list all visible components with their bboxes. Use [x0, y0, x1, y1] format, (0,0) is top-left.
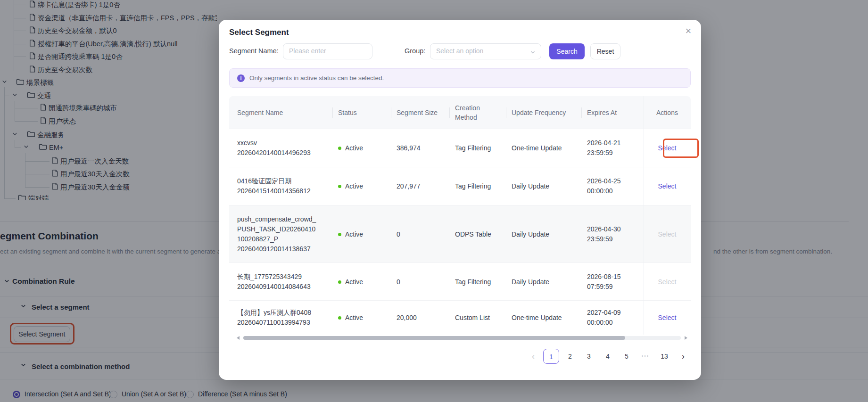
pagination-page-3[interactable]: 3: [581, 349, 597, 364]
size-cell: 207,977: [397, 182, 421, 190]
frequency-cell: Daily Update: [512, 182, 549, 190]
actions-cell: Select: [644, 144, 691, 152]
method-cell: Tag Filtering: [455, 144, 491, 152]
actions-cell: Select: [644, 182, 691, 190]
info-icon: i: [237, 74, 245, 82]
expires-date: 2026-04-21: [587, 138, 621, 148]
header-separator: [449, 107, 450, 118]
size-cell: 386,974: [397, 144, 421, 152]
expires-cell: 2026-04-25 00:00:00: [587, 176, 621, 196]
expires-cell: 2026-04-30 23:59:59: [587, 224, 621, 244]
pagination-page-1[interactable]: 1: [543, 349, 559, 364]
segment-name-label: Segment Name:: [229, 47, 279, 55]
segment-name-line: PUSH_TASK_ID20260410: [237, 224, 316, 234]
status-cell: Active: [338, 144, 363, 152]
segment-name-line: xxcvsv: [237, 138, 311, 148]
scroll-left-icon[interactable]: [237, 336, 240, 340]
scroll-right-icon[interactable]: [685, 336, 687, 340]
method-cell: Tag Filtering: [455, 182, 491, 190]
status-cell: Active: [338, 182, 363, 190]
select-link[interactable]: Select: [658, 314, 677, 321]
table-row: 【勿用】ys压测人群0408 20260407110013994793 Acti…: [229, 301, 691, 335]
expires-time: 07:59:59: [587, 282, 621, 292]
expires-time: 00:00:00: [587, 318, 621, 328]
status-dot: [338, 233, 341, 236]
chevron-down-icon: [530, 49, 536, 57]
segments-table: Segment Name Status Segment Size Creatio…: [229, 96, 691, 342]
status-dot: [338, 316, 341, 320]
frequency-cell: One-time Update: [512, 314, 562, 321]
segment-name-cell: 【勿用】ys压测人群0408 20260407110013994793: [237, 308, 311, 328]
modal-title: Select Segment: [229, 28, 289, 37]
actions-cell: Select: [644, 314, 691, 321]
segment-name-cell: push_compensate_crowd_ PUSH_TASK_ID20260…: [237, 214, 316, 254]
select-placeholder: Select an option: [436, 47, 483, 55]
status-cell: Active: [338, 314, 363, 321]
expires-cell: 2026-04-21 23:59:59: [587, 138, 621, 158]
frequency-cell: One-time Update: [512, 144, 562, 152]
actions-cell: Select: [644, 278, 691, 286]
status-text: Active: [345, 314, 363, 321]
segment-name-input[interactable]: Please enter: [283, 43, 372, 59]
actions-column-border: [644, 96, 644, 335]
pagination-page-13[interactable]: 13: [656, 349, 672, 364]
segment-name-line: push_compensate_crowd_: [237, 214, 316, 224]
reset-button[interactable]: Reset: [590, 43, 620, 59]
col-header-status: Status: [338, 109, 357, 116]
col-header-segment-name: Segment Name: [237, 109, 283, 116]
expires-time: 00:00:00: [587, 186, 621, 196]
expires-time: 23:59:59: [587, 234, 621, 244]
table-row: 长期_1775725343429 20260409140014084643 Ac…: [229, 263, 691, 301]
expires-time: 23:59:59: [587, 148, 621, 158]
frequency-cell: Daily Update: [512, 278, 549, 286]
pagination-prev[interactable]: ‹: [525, 349, 541, 364]
status-text: Active: [345, 230, 363, 238]
expires-date: 2026-04-30: [587, 224, 621, 234]
pagination-ellipsis[interactable]: •••: [637, 349, 653, 364]
screen: 绑卡信息(是否绑卡) 1是0否 资金渠道（非直连信用卡，直连信用卡，FPS，PP…: [0, 0, 868, 402]
expires-cell: 2026-08-15 07:59:59: [587, 272, 621, 292]
col-header-segment-size: Segment Size: [397, 109, 438, 116]
col-header-expires-at: Expires At: [587, 109, 617, 116]
size-cell: 0: [397, 230, 400, 238]
method-cell: ODPS Table: [455, 230, 491, 238]
segment-name-line: 100208827_P: [237, 234, 316, 244]
select-link[interactable]: Select: [658, 144, 677, 152]
segment-name-cell: xxcvsv 20260420140014496293: [237, 138, 311, 158]
segment-name-line: 20260420140014496293: [237, 148, 311, 158]
expires-date: 2027-04-09: [587, 308, 621, 318]
close-icon[interactable]: ×: [681, 25, 695, 39]
info-banner-text: Only segments in active status can be se…: [249, 74, 384, 82]
pagination-page-2[interactable]: 2: [562, 349, 578, 364]
select-segment-modal: Select Segment × Segment Name: Please en…: [219, 20, 701, 380]
table-scrollbar: [229, 336, 691, 340]
search-button[interactable]: Search: [549, 43, 585, 59]
segment-name-line: 0416验证固定日期: [237, 176, 311, 186]
segment-name-line: 20260415140014356812: [237, 186, 311, 196]
segment-name-line: 【勿用】ys压测人群0408: [237, 308, 311, 318]
info-banner: i Only segments in active status can be …: [229, 68, 691, 88]
pagination-page-4[interactable]: 4: [600, 349, 616, 364]
col-header-update-frequency: Update Frequency: [512, 109, 566, 116]
actions-cell: Select: [644, 230, 691, 238]
scrollbar-thumb[interactable]: [243, 336, 625, 340]
pagination-page-5[interactable]: 5: [619, 349, 635, 364]
size-cell: 0: [397, 278, 400, 286]
segment-name-line: 长期_1775725343429: [237, 272, 311, 282]
method-cell: Custom List: [455, 314, 490, 321]
select-link[interactable]: Select: [658, 182, 677, 190]
header-separator: [332, 107, 333, 118]
col-header-creation-method: Creation Method: [455, 103, 493, 122]
group-label: Group:: [405, 47, 425, 55]
expires-cell: 2027-04-09 00:00:00: [587, 308, 621, 328]
group-select[interactable]: Select an option: [430, 43, 541, 59]
expires-date: 2026-04-25: [587, 176, 621, 186]
table-row: 0416验证固定日期 20260415140014356812 Active 2…: [229, 167, 691, 205]
status-text: Active: [345, 278, 363, 286]
header-separator: [391, 107, 391, 118]
segment-name-cell: 0416验证固定日期 20260415140014356812: [237, 176, 311, 196]
pagination-next[interactable]: ›: [675, 349, 691, 364]
table-header: Segment Name Status Segment Size Creatio…: [229, 96, 691, 129]
segment-name-cell: 长期_1775725343429 20260409140014084643: [237, 272, 311, 292]
status-cell: Active: [338, 230, 363, 238]
